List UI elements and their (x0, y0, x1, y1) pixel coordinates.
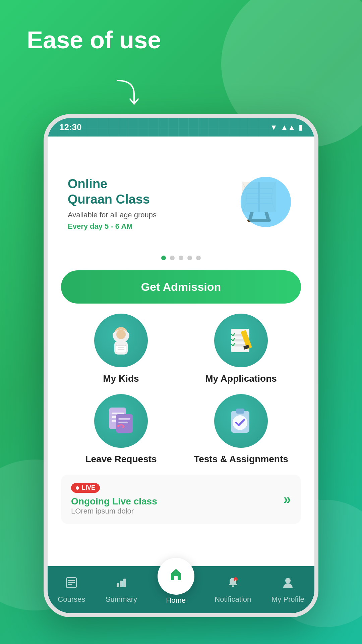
svg-rect-39 (232, 585, 234, 587)
live-class-title: Ongoing Live class (71, 496, 157, 507)
banner-card: OnlineQuraan Class Available for all age… (58, 167, 304, 240)
status-bar: 12:30 ▼ ▲▲ ▮ (48, 118, 314, 137)
svg-rect-27 (118, 418, 130, 420)
my-kids-label: My Kids (103, 373, 139, 384)
clipboard-check-icon (224, 404, 258, 438)
dots-indicator (48, 251, 314, 264)
summary-label: Summary (106, 595, 137, 604)
live-badge: LIVE (71, 483, 100, 493)
banner-title: OnlineQuraan Class (68, 176, 234, 207)
banner-subtitle: Available for all age groups (68, 211, 234, 219)
live-class-banner[interactable]: LIVE Ongoing Live class LOrem ipsum dolo… (61, 475, 301, 524)
dot-2[interactable] (170, 256, 175, 260)
summary-icon (115, 576, 128, 592)
svg-rect-30 (236, 409, 244, 414)
svg-rect-18 (234, 344, 246, 346)
home-fab[interactable] (158, 558, 194, 595)
notification-icon: 2 (226, 576, 240, 592)
nav-item-home[interactable]: Home (158, 575, 194, 605)
nav-item-my-profile[interactable]: My Profile (272, 576, 304, 604)
nav-item-summary[interactable]: Summary (106, 576, 137, 604)
svg-rect-22 (112, 413, 124, 414)
profile-icon (281, 576, 295, 592)
notification-label: Notification (215, 595, 251, 604)
get-admission-button[interactable]: Get Admission (61, 270, 301, 304)
battery-icon: ▮ (299, 123, 303, 132)
blue-circle (241, 177, 291, 227)
banner-text: OnlineQuraan Class Available for all age… (68, 176, 234, 230)
grid-row-1: My Kids (61, 314, 301, 384)
svg-text:2: 2 (235, 578, 237, 581)
my-applications-label: My Applications (205, 373, 277, 384)
kid-figure-icon (104, 324, 138, 357)
courses-icon (65, 576, 78, 592)
svg-point-10 (116, 330, 126, 339)
grid-item-my-kids[interactable]: My Kids (67, 314, 175, 384)
leave-document-icon (104, 404, 138, 438)
svg-point-26 (117, 425, 119, 427)
svg-point-42 (285, 578, 291, 583)
courses-label: Courses (58, 595, 85, 604)
live-class-info: LIVE Ongoing Live class LOrem ipsum dolo… (71, 483, 157, 516)
nav-item-courses[interactable]: Courses (58, 576, 85, 604)
chevron-right-icon: » (284, 492, 291, 507)
tests-assignments-label: Tests & Assignments (194, 454, 288, 465)
svg-rect-38 (123, 579, 126, 587)
dot-5[interactable] (196, 256, 201, 260)
status-icons: ▼ ▲▲ ▮ (270, 123, 303, 132)
banner-area: OnlineQuraan Class Available for all age… (48, 137, 314, 251)
live-badge-text: LIVE (82, 484, 95, 491)
grid-item-leave-requests[interactable]: Leave Requests (67, 394, 175, 465)
signal-icon: ▲▲ (281, 123, 295, 132)
arrow (111, 77, 144, 112)
application-checklist-icon (224, 324, 258, 357)
svg-rect-28 (118, 422, 128, 423)
home-icon (168, 566, 184, 586)
leave-requests-icon (94, 394, 148, 448)
tests-assignments-icon (214, 394, 268, 448)
phone-content: Get Admission (48, 270, 314, 524)
home-label: Home (166, 596, 186, 605)
my-applications-icon (214, 314, 268, 367)
svg-point-31 (233, 415, 247, 430)
bottom-navigation: Courses Summary Home (48, 566, 314, 613)
live-class-subtitle: LOrem ipsum dolor (71, 507, 157, 516)
headline: Ease of use (27, 27, 161, 53)
leave-requests-label: Leave Requests (85, 454, 157, 465)
my-profile-label: My Profile (272, 595, 304, 604)
banner-image (234, 177, 294, 230)
grid-item-tests-assignments[interactable]: Tests & Assignments (187, 394, 295, 465)
svg-rect-25 (116, 414, 133, 433)
dot-3[interactable] (179, 256, 183, 260)
svg-rect-36 (117, 583, 119, 587)
status-time: 12:30 (59, 122, 82, 132)
grid-item-my-applications[interactable]: My Applications (187, 314, 295, 384)
nav-item-notification[interactable]: 2 Notification (215, 576, 251, 604)
wifi-icon: ▼ (270, 123, 278, 132)
dot-1[interactable] (161, 256, 166, 260)
my-kids-icon (94, 314, 148, 367)
dot-4[interactable] (187, 256, 192, 260)
banner-time: Every day 5 - 6 AM (68, 222, 234, 231)
phone-frame: 12:30 ▼ ▲▲ ▮ OnlineQuraan Class Availabl… (44, 114, 318, 617)
grid-row-2: Leave Requests Tests & Assignment (61, 394, 301, 465)
svg-rect-37 (120, 581, 123, 587)
live-dot (76, 486, 79, 490)
